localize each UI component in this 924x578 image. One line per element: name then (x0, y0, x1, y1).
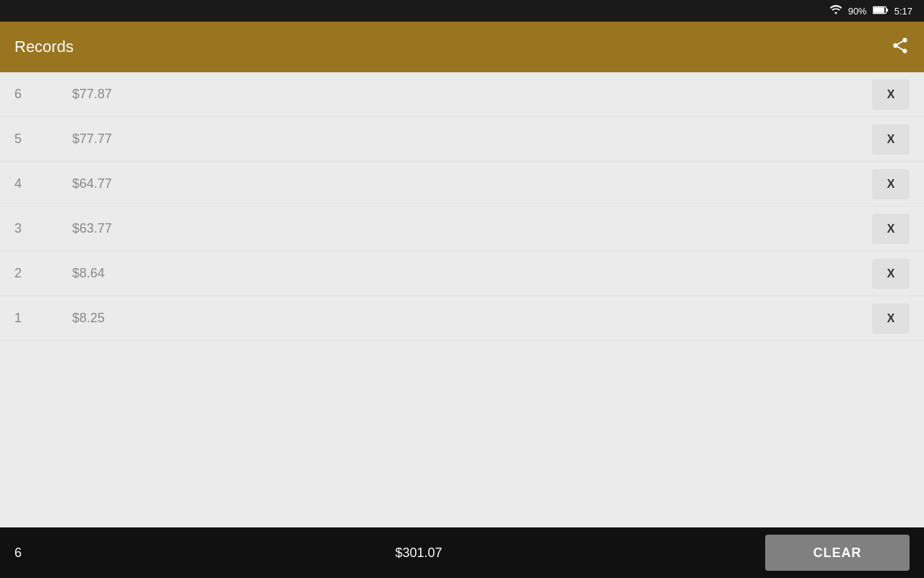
table-row: 4$64.77X (0, 162, 924, 207)
delete-record-button[interactable]: X (872, 214, 910, 244)
record-rank: 3 (14, 221, 72, 236)
record-rank: 2 (14, 266, 72, 281)
records-list: 6$77.87X5$77.77X4$64.77X3$63.77X2$8.64X1… (0, 72, 924, 527)
delete-record-button[interactable]: X (872, 124, 910, 155)
share-icon[interactable] (891, 36, 910, 58)
clock: 5:17 (894, 6, 912, 17)
table-row: 3$63.77X (0, 207, 924, 251)
record-amount: $77.77 (72, 131, 872, 147)
record-rank: 4 (14, 176, 72, 191)
record-amount: $63.77 (72, 221, 872, 236)
battery-percentage: 90% (848, 6, 867, 17)
svg-rect-1 (886, 9, 888, 12)
footer-total: $301.07 (72, 545, 765, 561)
page-title: Records (14, 38, 74, 56)
delete-record-button[interactable]: X (872, 169, 910, 199)
table-row: 1$8.25X (0, 296, 924, 341)
record-amount: $77.87 (72, 87, 872, 102)
record-amount: $8.25 (72, 311, 872, 326)
table-row: 5$77.77X (0, 117, 924, 162)
delete-record-button[interactable]: X (872, 259, 910, 289)
footer-bar: 6 $301.07 CLEAR (0, 527, 924, 578)
record-amount: $8.64 (72, 266, 872, 281)
record-rank: 5 (14, 131, 72, 147)
table-row: 2$8.64X (0, 251, 924, 296)
battery-icon (873, 4, 889, 17)
record-amount: $64.77 (72, 176, 872, 191)
app-bar: Records (0, 22, 924, 72)
delete-record-button[interactable]: X (872, 79, 910, 110)
status-bar: 90% 5:17 (0, 0, 924, 22)
clear-button[interactable]: CLEAR (765, 535, 910, 571)
table-row: 6$77.87X (0, 72, 924, 117)
svg-rect-2 (873, 7, 884, 13)
delete-record-button[interactable]: X (872, 303, 910, 334)
record-rank: 6 (14, 87, 72, 102)
record-rank: 1 (14, 311, 72, 326)
footer-count: 6 (14, 545, 72, 561)
wifi-icon (829, 4, 842, 17)
